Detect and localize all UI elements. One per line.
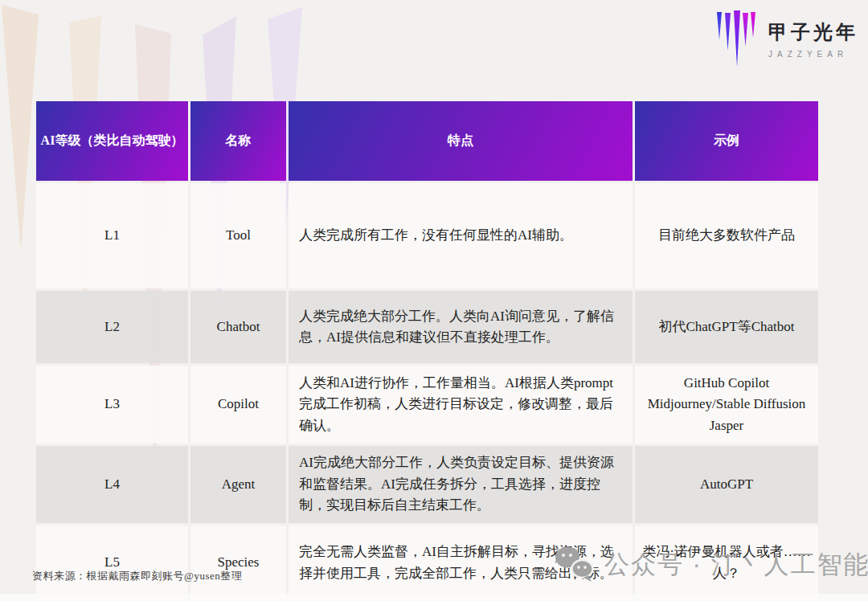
- cell-name: Tool: [190, 183, 286, 288]
- spike-brush-logo-icon: [717, 10, 759, 69]
- cell-features: 人类完成所有工作，没有任何显性的AI辅助。: [289, 183, 633, 288]
- cell-name: Copilot: [190, 366, 286, 444]
- cell-features: 人类和AI进行协作，工作量相当。AI根据人类prompt完成工作初稿，人类进行目…: [289, 366, 633, 444]
- cell-level: L1: [36, 183, 188, 288]
- example-line: Midjourney/Stable Diffusion: [648, 394, 806, 415]
- table-row: L4 Agent AI完成绝大部分工作，人类负责设定目标、提供资源和监督结果。A…: [36, 446, 818, 523]
- table-row: L1 Tool 人类完成所有工作，没有任何显性的AI辅助。 目前绝大多数软件产品: [36, 183, 818, 288]
- brand-subtitle: JAZZYEAR: [768, 50, 858, 59]
- brand-logo: 甲子光年 JAZZYEAR: [717, 10, 858, 69]
- cell-name: Chatbot: [190, 291, 286, 363]
- table-row: L3 Copilot 人类和AI进行协作，工作量相当。AI根据人类prompt完…: [36, 366, 818, 444]
- cell-examples: AutoGPT: [635, 446, 818, 523]
- cell-name: Agent: [190, 446, 286, 523]
- cell-level: L2: [36, 291, 188, 363]
- header-cell-level: AI等级（类比自动驾驶）: [36, 101, 188, 181]
- watermark-text: 公众号 · 汀丶人工智能: [604, 548, 868, 582]
- example-line: Jasper: [710, 415, 743, 436]
- cell-examples: 目前绝大多数软件产品: [635, 183, 818, 288]
- example-line: 目前绝大多数软件产品: [658, 225, 795, 246]
- source-note: 资料来源：根据戴雨森即刻账号@yusen整理: [32, 569, 242, 583]
- header-cell-examples: 示例: [635, 101, 818, 181]
- table-header-row: AI等级（类比自动驾驶） 名称 特点 示例: [36, 101, 818, 181]
- example-line: 初代ChatGPT等Chatbot: [658, 317, 794, 337]
- cell-examples: 初代ChatGPT等Chatbot: [635, 291, 818, 363]
- table-row: L2 Chatbot 人类完成绝大部分工作。人类向AI询问意见，了解信息，AI提…: [36, 291, 818, 363]
- ai-levels-table: AI等级（类比自动驾驶） 名称 特点 示例 L1 Tool 人类完成所有工作，没…: [36, 101, 818, 601]
- example-line: AutoGPT: [700, 474, 753, 495]
- cell-level: L5: [36, 525, 188, 600]
- cell-examples: GitHub Copilot Midjourney/Stable Diffusi…: [635, 366, 818, 444]
- cell-name: Species: [190, 525, 286, 600]
- cell-level: L4: [36, 446, 188, 523]
- wechat-icon: [553, 546, 596, 583]
- cell-features: AI完成绝大部分工作，人类负责设定目标、提供资源和监督结果。AI完成任务拆分，工…: [289, 446, 633, 523]
- cell-features: 人类完成绝大部分工作。人类向AI询问意见，了解信息，AI提供信息和建议但不直接处…: [289, 291, 633, 363]
- header-cell-name: 名称: [190, 101, 286, 181]
- header-cell-features: 特点: [289, 101, 633, 181]
- example-line: GitHub Copilot: [684, 373, 769, 394]
- cell-level: L3: [36, 366, 188, 444]
- wechat-watermark: 公众号 · 汀丶人工智能: [553, 546, 868, 583]
- background-spike: [2, 5, 39, 252]
- brand-name: 甲子光年: [768, 19, 858, 45]
